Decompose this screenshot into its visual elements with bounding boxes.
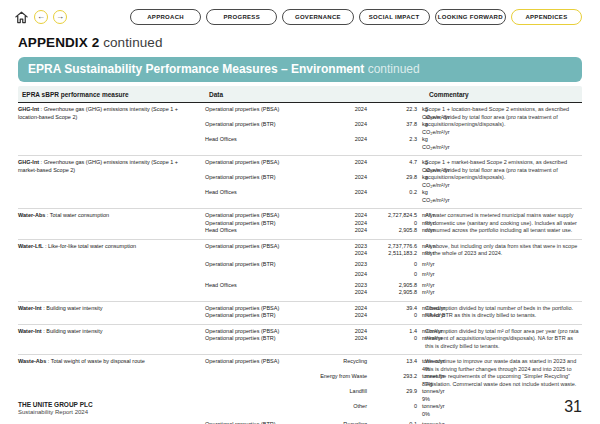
forward-icon[interactable]: → <box>53 10 67 24</box>
measure-code: Water-Int <box>18 328 42 334</box>
data-value: 2.3 <box>371 136 417 151</box>
data-cell: Operational properties (PBSA)20232,737,7… <box>205 243 425 297</box>
company-name: THE UNITE GROUP PLC <box>18 401 93 408</box>
page-title-main: APPENDIX 2 <box>18 35 99 50</box>
data-line: Operational properties (PBSA)202422.3kg … <box>205 106 425 121</box>
nav-pill-appendices[interactable]: APPENDICES <box>511 9 582 25</box>
section-banner: EPRA Sustainability Performance Measures… <box>18 57 582 82</box>
data-line: Operational properties (PBSA)20244.7kg C… <box>205 159 425 174</box>
table-body: GHG-Int : Greenhouse gas (GHG) emissions… <box>18 103 582 424</box>
page-number: 31 <box>564 399 582 415</box>
table-row: Water-Int : Building water intensityOper… <box>18 301 582 324</box>
data-key: 2024 <box>315 289 367 297</box>
data-entity-label: Head Offices <box>205 282 311 290</box>
measure-code: Water-Int <box>18 305 42 311</box>
data-key: 2024 <box>315 328 367 336</box>
commentary-cell: As above, but including only data from s… <box>425 243 582 297</box>
data-line: Operational properties (BTR)20240m³/yr <box>205 220 425 228</box>
column-header-data: Data <box>209 91 429 98</box>
nav-pill-social-impact[interactable]: SOCIAL IMPACT <box>359 9 430 25</box>
data-value: 0 <box>371 271 417 279</box>
data-line: Head Offices20240.2kg CO₂e/m²/yr <box>205 189 425 204</box>
data-value: 2,905.8 <box>371 227 417 235</box>
data-cell: Operational properties (PBSA)20242,727,8… <box>205 212 425 235</box>
data-key: Recycling <box>315 358 367 373</box>
data-key: 2024 <box>315 227 367 235</box>
nav-pill-looking-forward[interactable]: LOOKING FORWARD <box>435 9 506 25</box>
measure-cell: GHG-Int : Greenhouse gas (GHG) emissions… <box>18 159 205 204</box>
back-icon[interactable]: ← <box>34 10 48 24</box>
measure-desc: : Building water intensity <box>42 328 103 334</box>
data-key: 2024 <box>315 250 367 258</box>
footer-text: THE UNITE GROUP PLC Sustainability Repor… <box>18 401 93 415</box>
measure-desc: : Greenhouse gas (GHG) emissions intensi… <box>18 159 178 173</box>
data-entity-label: Operational properties (BTR) <box>205 261 311 269</box>
column-header-measure: EPRA sBPR performance measure <box>22 91 209 98</box>
data-value: 2,511,183.2 <box>371 250 417 258</box>
measure-cell: Water-Abs : Total water consumption <box>18 212 205 235</box>
column-header-commentary: Commentary <box>429 91 579 98</box>
table-row: Water-Abs : Total water consumptionOpera… <box>18 208 582 239</box>
data-value: 0 <box>371 220 417 228</box>
data-key: 2024 <box>315 159 367 174</box>
page-footer: THE UNITE GROUP PLC Sustainability Repor… <box>18 399 582 415</box>
data-line: Operational properties (PBSA)202439.4m³/… <box>205 305 425 313</box>
measure-cell: Water-Int : Building water intensity <box>18 328 205 351</box>
measure-desc: : Building water intensity <box>42 305 103 311</box>
data-value: 0 <box>371 312 417 320</box>
data-line: 20242,905.8m³/yr <box>205 289 425 297</box>
nav-pill-governance[interactable]: GOVERNANCE <box>282 9 353 25</box>
data-entity-label: Head Offices <box>205 136 311 151</box>
table-row: Water-LfL : Like-for-like total water co… <box>18 239 582 301</box>
measure-code: GHG-Int <box>18 106 39 112</box>
commentary-cell: All water consumed is metered municipal … <box>425 212 582 235</box>
data-value: 13.4 <box>371 358 417 373</box>
data-value: 29.8 <box>371 174 417 189</box>
data-value: 0 <box>371 335 417 343</box>
data-line: 20240m³/yr <box>205 271 425 279</box>
data-value: 4.7 <box>371 159 417 174</box>
data-line: Operational properties (BTR)202429.8kg C… <box>205 174 425 189</box>
data-line: Operational properties (PBSA)20241.4m³/m… <box>205 328 425 336</box>
data-value: 293.2 <box>371 373 417 388</box>
commentary-cell: Scope 1 + market-based Scope 2 emissions… <box>425 159 582 204</box>
data-value: 0 <box>371 261 417 269</box>
data-entity-label: Operational properties (PBSA) <box>205 328 311 336</box>
data-key: 2023 <box>315 261 367 269</box>
data-key: 2024 <box>315 121 367 136</box>
page-title-suffix: continued <box>99 35 162 50</box>
data-line: Operational properties (BTR)202437.8kg C… <box>205 121 425 136</box>
page-title: APPENDIX 2 continued <box>0 25 600 56</box>
data-cell: Operational properties (PBSA)20241.4m³/m… <box>205 328 425 351</box>
data-key: 2024 <box>315 189 367 204</box>
measure-code: Waste-Abs <box>18 358 46 364</box>
home-icon[interactable] <box>14 10 29 25</box>
data-value: 22.3 <box>371 106 417 121</box>
section-banner-title: EPRA Sustainability Performance Measures… <box>28 62 364 76</box>
data-line: Head Offices20242,905.8m³/yr <box>205 227 425 235</box>
data-key: 2024 <box>315 106 367 121</box>
data-entity-label <box>205 271 311 279</box>
data-key: 2023 <box>315 243 367 251</box>
report-name: Sustainability Report 2024 <box>18 409 93 415</box>
data-value: 39.4 <box>371 305 417 313</box>
data-key: 2024 <box>315 220 367 228</box>
data-entity-label: Head Offices <box>205 189 311 204</box>
top-navigation: ← → APPROACHPROGRESSGOVERNANCESOCIAL IMP… <box>0 0 600 25</box>
commentary-cell: Consumption divided by total m² of floor… <box>425 328 582 351</box>
data-value: 37.8 <box>371 121 417 136</box>
data-entity-label: Operational properties (BTR) <box>205 174 311 189</box>
data-entity-label: Operational properties (PBSA) <box>205 305 311 313</box>
data-entity-label: Operational properties (PBSA) <box>205 358 311 373</box>
measure-desc: : Total weight of waste by disposal rout… <box>46 358 145 364</box>
data-key: 2024 <box>315 174 367 189</box>
data-cell: Operational properties (PBSA)20244.7kg C… <box>205 159 425 204</box>
data-entity-label: Operational properties (PBSA) <box>205 243 311 251</box>
data-entity-label: Operational properties (PBSA) <box>205 106 311 121</box>
data-key: 2024 <box>315 312 367 320</box>
data-entity-label: Operational properties (BTR) <box>205 220 311 228</box>
nav-pill-approach[interactable]: APPROACH <box>130 9 201 25</box>
nav-pill-progress[interactable]: PROGRESS <box>206 9 277 25</box>
measure-cell: Water-Int : Building water intensity <box>18 305 205 320</box>
commentary-cell: Consumption divided by total number of b… <box>425 305 582 320</box>
